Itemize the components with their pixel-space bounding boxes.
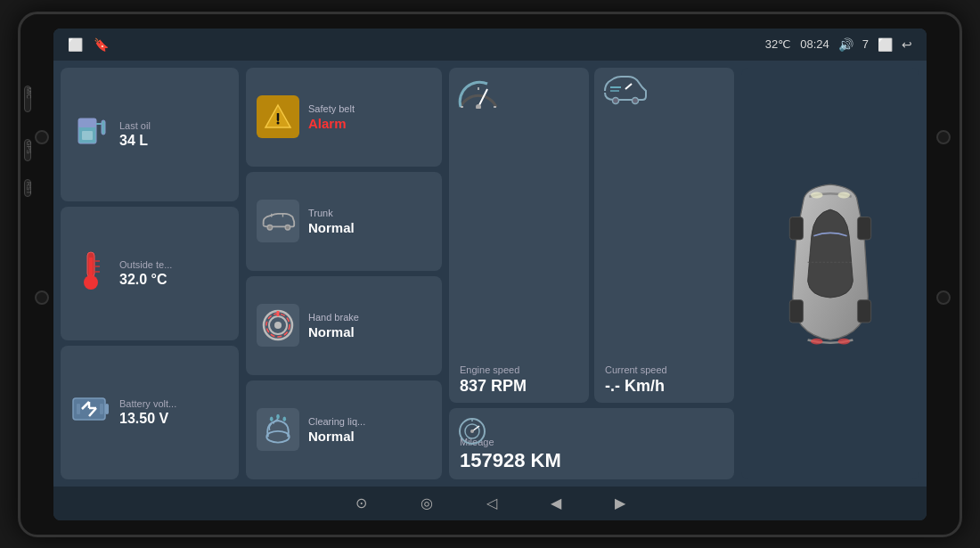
battery-info: Battery volt... 13.50 V bbox=[119, 398, 176, 427]
mount-hole-top-right bbox=[936, 130, 951, 144]
svg-rect-12 bbox=[105, 404, 109, 414]
battery-icon bbox=[71, 393, 110, 431]
window-icon: ⬜ bbox=[878, 37, 893, 52]
volume-level: 7 bbox=[862, 37, 869, 51]
device-outer: MIC MIC GPS RST ⬜ 🔖 32℃ 08:24 🔊 7 ⬜ ↩ bbox=[18, 12, 962, 537]
fuel-info: Last oil 34 L bbox=[119, 120, 151, 149]
fuel-value: 34 L bbox=[119, 133, 151, 149]
mount-hole-bottom-right bbox=[936, 290, 951, 305]
fuel-label: Last oil bbox=[119, 120, 151, 131]
svg-point-55 bbox=[811, 338, 823, 344]
trunk-value: Normal bbox=[308, 220, 355, 235]
svg-rect-51 bbox=[857, 299, 870, 322]
temperature-display: 32℃ bbox=[765, 37, 791, 51]
status-left: ⬜ 🔖 bbox=[68, 37, 109, 52]
svg-point-29 bbox=[266, 431, 289, 443]
svg-rect-3 bbox=[102, 120, 105, 135]
safety-belt-value: Alarm bbox=[308, 116, 355, 131]
battery-card: Battery volt... 13.50 V bbox=[61, 346, 239, 479]
svg-rect-48 bbox=[789, 217, 803, 239]
main-content: Last oil 34 L bbox=[53, 61, 927, 487]
svg-line-40 bbox=[625, 84, 632, 89]
svg-point-38 bbox=[613, 97, 619, 103]
svg-point-30 bbox=[270, 416, 274, 421]
safety-belt-label: Safety belt bbox=[308, 103, 355, 114]
rst-label: RST bbox=[26, 182, 32, 194]
fuel-icon bbox=[71, 111, 110, 157]
warning-icon: ! bbox=[257, 95, 299, 138]
fuel-card: Last oil 34 L bbox=[61, 68, 239, 201]
svg-rect-50 bbox=[789, 299, 803, 322]
hand-brake-info: Hand brake Normal bbox=[308, 312, 359, 339]
gps-label: GPS bbox=[26, 141, 32, 154]
right-panel: Engine speed 837 RPM bbox=[449, 68, 734, 479]
odometer-icon bbox=[456, 415, 488, 451]
hand-brake-tile: Hand brake Normal bbox=[246, 276, 442, 375]
clearing-liquid-info: Clearing liq... Normal bbox=[308, 416, 365, 444]
svg-point-32 bbox=[282, 416, 286, 421]
mileage-card: Mileage 157928 KM bbox=[449, 408, 734, 479]
nav-volume-down-button[interactable]: ◀ bbox=[551, 495, 561, 511]
svg-point-22 bbox=[277, 122, 280, 125]
clearing-liquid-label: Clearing liq... bbox=[308, 416, 365, 427]
mount-hole-top-left bbox=[35, 130, 49, 144]
svg-point-56 bbox=[837, 338, 850, 344]
current-speed-value: -.- Km/h bbox=[605, 377, 723, 396]
svg-point-23 bbox=[267, 225, 272, 230]
svg-rect-18 bbox=[100, 404, 103, 414]
left-panel: Last oil 34 L bbox=[61, 68, 239, 479]
speed-icon bbox=[601, 73, 649, 109]
bottom-nav: ⊙ ◎ ◁ ◀ ▶ bbox=[53, 487, 927, 520]
right-top: Engine speed 837 RPM bbox=[449, 68, 734, 403]
mic-label: MIC bbox=[26, 87, 32, 99]
hand-brake-value: Normal bbox=[308, 324, 359, 339]
trunk-info: Trunk Normal bbox=[308, 208, 355, 235]
nav-volume-up-button[interactable]: ▶ bbox=[615, 495, 625, 511]
time-display: 08:24 bbox=[800, 37, 829, 51]
svg-point-53 bbox=[811, 192, 823, 198]
svg-point-47 bbox=[470, 429, 474, 433]
svg-point-27 bbox=[274, 322, 282, 329]
car-area bbox=[741, 68, 919, 479]
clearing-liquid-tile: Clearing liq... Normal bbox=[246, 380, 442, 479]
temp-value: 32.0 °C bbox=[119, 272, 172, 288]
safety-belt-info: Safety belt Alarm bbox=[308, 103, 355, 131]
status-bar: ⬜ 🔖 32℃ 08:24 🔊 7 ⬜ ↩ bbox=[53, 29, 927, 61]
svg-point-39 bbox=[633, 97, 639, 103]
svg-point-31 bbox=[276, 414, 280, 419]
volume-icon: 🔊 bbox=[838, 37, 853, 52]
trunk-tile: Trunk Normal bbox=[246, 172, 442, 271]
svg-rect-7 bbox=[89, 258, 93, 279]
svg-point-54 bbox=[837, 192, 850, 198]
nav-back-button[interactable]: ◁ bbox=[486, 495, 497, 511]
thermometer-icon bbox=[71, 249, 110, 298]
engine-speed-value: 837 RPM bbox=[460, 377, 578, 396]
svg-rect-17 bbox=[77, 404, 80, 414]
clearing-liquid-value: Normal bbox=[308, 429, 365, 444]
nav-android-button[interactable]: ◎ bbox=[421, 495, 433, 511]
speedometer-icon bbox=[456, 73, 501, 112]
nav-home-button[interactable]: ⊙ bbox=[355, 495, 367, 511]
car-top-view bbox=[759, 176, 902, 372]
trunk-label: Trunk bbox=[308, 208, 355, 218]
temp-label: Outside te... bbox=[119, 259, 172, 270]
svg-point-24 bbox=[285, 225, 290, 230]
mount-hole-bottom-left bbox=[35, 290, 49, 305]
svg-rect-49 bbox=[857, 217, 870, 239]
back-status-icon: ↩ bbox=[902, 37, 912, 52]
brake-icon bbox=[257, 304, 299, 347]
middle-panel: ! Safety belt Alarm bbox=[246, 68, 442, 479]
engine-speed-label: Engine speed bbox=[460, 364, 578, 375]
washer-icon bbox=[257, 408, 299, 451]
current-speed-card: Current speed -.- Km/h bbox=[594, 68, 734, 403]
temp-info: Outside te... 32.0 °C bbox=[119, 259, 172, 288]
mileage-label: Mileage bbox=[460, 437, 723, 447]
car-side-icon bbox=[257, 200, 299, 242]
battery-label: Battery volt... bbox=[119, 398, 176, 409]
engine-speed-card: Engine speed 837 RPM bbox=[449, 68, 589, 403]
temperature-card: Outside te... 32.0 °C bbox=[61, 207, 239, 340]
svg-rect-1 bbox=[78, 119, 96, 127]
svg-rect-4 bbox=[82, 131, 93, 140]
battery-value: 13.50 V bbox=[119, 411, 176, 427]
nav-status-icon: 🔖 bbox=[94, 37, 109, 52]
